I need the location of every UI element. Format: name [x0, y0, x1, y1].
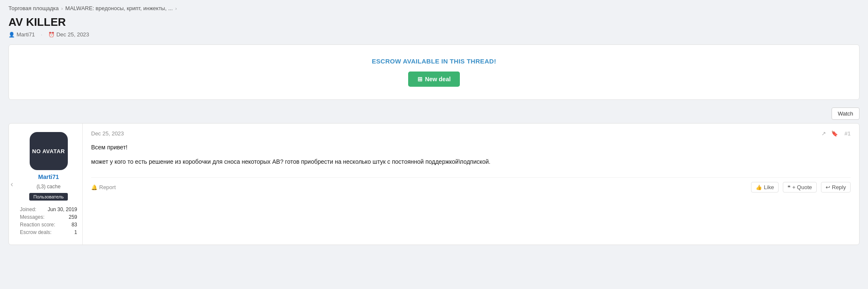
stat-escrow-label: Escrow deals: [20, 229, 52, 235]
report-link[interactable]: Report [91, 184, 116, 190]
like-label: Like [764, 184, 774, 190]
stat-joined: Joined: Jun 30, 2019 [20, 206, 77, 213]
author-meta: Marti71 [8, 31, 35, 38]
breadcrumb-separator-1: › [61, 6, 63, 11]
watch-button[interactable]: Watch [832, 107, 860, 120]
post-body: Всем привет! может у кого то есть решени… [91, 143, 851, 167]
stat-reaction-value: 83 [72, 222, 77, 228]
reply-label: Reply [832, 184, 846, 190]
breadcrumb-item-malware[interactable]: MALWARE: вредоносы, крипт, инжекты, ... [65, 5, 172, 11]
post-body-line2: может у кого то есть решение из коробочк… [91, 157, 851, 167]
stat-joined-value: Jun 30, 2019 [48, 206, 77, 212]
stat-joined-label: Joined: [20, 206, 36, 212]
post-main: Dec 25, 2023 #1 Всем привет! может у ког… [83, 124, 859, 245]
new-deal-button[interactable]: New deal [408, 72, 460, 87]
stat-escrow: Escrow deals: 1 [20, 228, 77, 236]
reply-icon [826, 184, 830, 190]
post-body-line1: Всем привет! [91, 143, 851, 153]
post-nav-left[interactable]: ‹ [9, 124, 15, 245]
breadcrumb: Торговая площадка › MALWARE: вредоносы, … [8, 5, 860, 11]
bookmark-icon[interactable] [831, 130, 838, 137]
meta-dot-sep: · [41, 31, 42, 38]
like-icon [756, 184, 762, 190]
new-deal-label: New deal [425, 76, 451, 83]
stat-messages-label: Messages: [20, 214, 45, 220]
post-footer: Report Like + Quote Reply [91, 177, 851, 193]
share-icon[interactable] [821, 130, 826, 137]
watch-row: Watch [8, 107, 860, 120]
breadcrumb-item-marketplace[interactable]: Торговая площадка [8, 5, 58, 11]
date-meta: Dec 25, 2023 [48, 31, 89, 38]
stat-messages-value: 259 [69, 214, 77, 220]
stat-reaction: Reaction score: 83 [20, 221, 77, 228]
post-actions-top: #1 [821, 130, 851, 137]
post-container: ‹ NO AVATAR Marti71 (L3) cache Пользоват… [8, 123, 860, 245]
post-date: Dec 25, 2023 [91, 130, 124, 137]
clock-icon [48, 31, 55, 38]
breadcrumb-separator-2: › [175, 6, 177, 11]
post-reactions: Like + Quote Reply [751, 182, 851, 193]
quote-icon [787, 184, 790, 190]
quote-button[interactable]: + Quote [783, 182, 817, 193]
quote-label: + Quote [792, 184, 812, 190]
page-title: AV KILLER [8, 16, 860, 29]
post-author-badge: Пользователь [29, 193, 68, 201]
user-icon [8, 31, 15, 38]
thread-date: Dec 25, 2023 [56, 31, 89, 38]
like-button[interactable]: Like [751, 182, 779, 193]
avatar: NO AVATAR [30, 132, 68, 170]
stat-reaction-label: Reaction score: [20, 222, 55, 228]
post-header: Dec 25, 2023 #1 [91, 130, 851, 137]
report-label: Report [99, 184, 116, 190]
reply-button[interactable]: Reply [821, 182, 851, 193]
escrow-title: ESCROW AVAILABLE IN THIS THREAD! [17, 58, 851, 65]
plus-square-icon [417, 76, 423, 83]
post-author-username[interactable]: Marti71 [38, 173, 59, 180]
post-author-stats: Joined: Jun 30, 2019 Messages: 259 React… [20, 206, 77, 236]
post-author-title: (L3) cache [36, 184, 61, 190]
stat-messages: Messages: 259 [20, 213, 77, 221]
post-number: #1 [845, 130, 851, 137]
thread-meta: Marti71 · Dec 25, 2023 [8, 31, 860, 38]
post-sidebar: NO AVATAR Marti71 (L3) cache Пользовател… [15, 124, 83, 245]
escrow-banner: ESCROW AVAILABLE IN THIS THREAD! New dea… [8, 44, 860, 100]
thread-author: Marti71 [17, 31, 35, 38]
flag-icon [91, 184, 97, 190]
stat-escrow-value: 1 [74, 229, 77, 235]
page-wrapper: Торговая площадка › MALWARE: вредоносы, … [0, 0, 868, 253]
